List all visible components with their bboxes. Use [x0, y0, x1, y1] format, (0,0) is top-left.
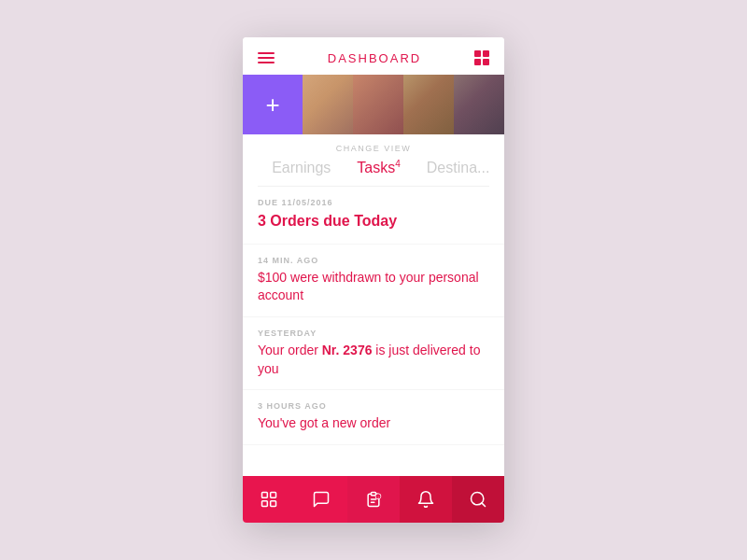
svg-rect-2	[262, 501, 268, 507]
avatar-photos	[303, 75, 504, 134]
menu-icon[interactable]	[258, 52, 275, 63]
notif-time-4: 3 HOURS AGO	[258, 401, 489, 411]
avatar-4[interactable]	[454, 75, 504, 134]
content-area: DUE 11/05/2016 3 Orders due Today 14 MIN…	[243, 187, 504, 476]
notif-text-4: You've got a new order	[258, 414, 489, 433]
plus-icon: +	[265, 92, 279, 117]
svg-rect-0	[262, 493, 268, 498]
nav-search[interactable]	[452, 476, 504, 523]
header: DASHBOARD	[243, 37, 504, 75]
nav-notifications[interactable]	[400, 476, 452, 523]
page-title: DASHBOARD	[328, 51, 421, 65]
nav-messages[interactable]	[295, 476, 347, 523]
notif-time-2: 14 MIN. AGO	[258, 256, 489, 265]
search-icon	[469, 490, 487, 509]
notification-4: 3 HOURS AGO You've got a new order	[243, 390, 504, 445]
nav-dashboard[interactable]	[243, 476, 295, 523]
notif-time-1: DUE 11/05/2016	[258, 198, 489, 207]
tabs: Earnings Tasks4 Destina...	[243, 157, 504, 186]
svg-rect-3	[271, 501, 276, 507]
tab-destinations[interactable]: Destina...	[414, 158, 488, 178]
notif-text-1: 3 Orders due Today	[258, 211, 489, 231]
avatar-3[interactable]	[403, 75, 454, 134]
tab-earnings[interactable]: Earnings	[259, 158, 344, 178]
svg-text:!: !	[377, 496, 378, 500]
phone-frame: DASHBOARD + CHANGE VIEW Earnings Tasks4 …	[243, 37, 504, 523]
svg-rect-1	[271, 493, 276, 498]
clipboard-icon: !	[364, 490, 383, 509]
notification-1: DUE 11/05/2016 3 Orders due Today	[243, 187, 504, 244]
avatar-row: +	[243, 75, 504, 134]
add-avatar-button[interactable]: +	[243, 75, 303, 134]
notification-2: 14 MIN. AGO $100 were withdrawn to your …	[243, 245, 504, 317]
tasks-badge: 4	[395, 159, 401, 169]
tab-tasks[interactable]: Tasks4	[344, 157, 413, 178]
svg-rect-4	[372, 493, 376, 496]
order-number: Nr. 2376	[322, 343, 373, 357]
nav-orders[interactable]: !	[347, 476, 400, 523]
avatar-1[interactable]	[303, 75, 353, 134]
avatar-2[interactable]	[353, 75, 403, 134]
notif-time-3: YESTERDAY	[258, 329, 489, 338]
grid-view-icon[interactable]	[474, 50, 489, 65]
notif-text-3: Your order Nr. 2376 is just delivered to…	[258, 342, 489, 378]
bottom-nav: !	[243, 476, 504, 523]
chat-icon	[312, 490, 331, 509]
change-view-label: CHANGE VIEW	[243, 134, 504, 157]
bell-icon	[416, 490, 435, 509]
notif-text-2: $100 were withdrawn to your personal acc…	[258, 269, 489, 305]
notification-3: YESTERDAY Your order Nr. 2376 is just de…	[243, 317, 504, 390]
svg-line-11	[482, 503, 486, 507]
dashboard-icon	[260, 490, 278, 509]
